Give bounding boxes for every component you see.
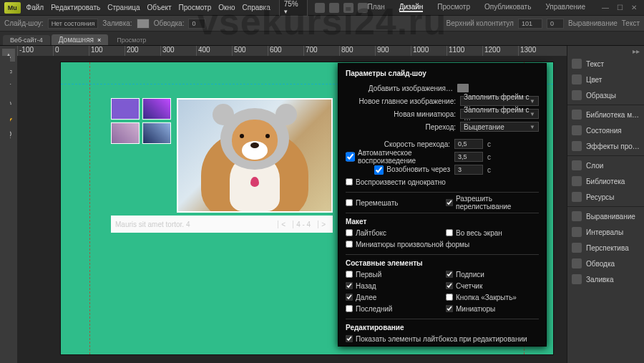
panel-text[interactable]: Текст <box>567 56 644 72</box>
menu-page[interactable]: Страница <box>107 4 140 11</box>
layout-heading: Макет <box>346 218 539 226</box>
fill-swatch[interactable] <box>137 19 150 29</box>
new-thumb-label: Новая миниатюра: <box>346 110 456 118</box>
speed-input[interactable]: 0,5 <box>454 139 483 149</box>
next-button[interactable]: > <box>318 221 328 228</box>
menu-object[interactable]: Объект <box>147 4 172 11</box>
swatches-icon <box>572 90 582 100</box>
next-checkbox[interactable] <box>346 294 353 301</box>
stroke-field[interactable]: 0 <box>188 19 205 29</box>
text-label[interactable]: Текст <box>622 19 640 27</box>
document-tabs: Веб-сайт-4 Домашняя × Просмотр <box>0 32 644 46</box>
panel-color[interactable]: Цвет <box>567 72 644 87</box>
thumbnail[interactable] <box>111 122 140 144</box>
mode-design[interactable]: Дизайн <box>399 3 424 12</box>
autoplay-label: Автоматическое воспроизведение <box>358 149 450 165</box>
hero-image[interactable] <box>177 98 333 213</box>
thumbnail[interactable] <box>142 98 171 120</box>
autoplay-input[interactable]: 3,5 <box>454 152 483 162</box>
panel-collapse-icon[interactable]: ▸▸ <box>567 46 644 56</box>
counter-text: 4 - 4 <box>293 221 313 228</box>
folder-icon[interactable] <box>457 84 469 92</box>
menu-view[interactable]: Просмотр <box>179 4 212 11</box>
panel-spacing[interactable]: Интервалы <box>567 224 644 240</box>
fullscreen-checkbox[interactable] <box>446 229 453 236</box>
minimize-icon[interactable]: — <box>600 3 611 13</box>
panel-fill[interactable]: Заливка <box>567 271 644 287</box>
biblio-icon <box>572 176 582 186</box>
back-checkbox[interactable] <box>346 282 353 289</box>
tab-site[interactable]: Веб-сайт-4 <box>3 35 50 45</box>
stroke-icon <box>572 258 582 268</box>
app-logo: Mu <box>4 2 21 14</box>
thumbnail[interactable] <box>111 98 140 120</box>
parts-heading: Составные элементы <box>346 259 539 267</box>
panel-assets[interactable]: Ресурсы <box>567 189 644 205</box>
captions-checkbox[interactable] <box>446 271 453 278</box>
add-images-label: Добавить изображения… <box>346 84 453 92</box>
counter-checkbox[interactable] <box>446 282 453 289</box>
guide[interactable] <box>89 62 90 354</box>
menu-edit[interactable]: Редактировать <box>51 4 100 11</box>
caption-text[interactable]: Mauris sit amet tortor. 4 <box>115 221 190 228</box>
mode-switcher: План Дизайн Просмотр Опубликовать Управл… <box>368 3 585 12</box>
new-thumb-select[interactable]: Заполнить фрейм с …▼ <box>460 109 539 119</box>
first-checkbox[interactable] <box>346 271 353 278</box>
close-icon[interactable]: ✕ <box>628 3 640 13</box>
zoom-level[interactable]: 75% ▾ <box>279 0 308 16</box>
thumbs-checkbox[interactable] <box>446 305 453 312</box>
tab-preview[interactable]: Просмотр <box>109 35 153 45</box>
fx-icon <box>572 141 582 151</box>
maximize-icon[interactable]: ☐ <box>614 3 625 13</box>
panel-biblio[interactable]: Библиотека <box>567 173 644 189</box>
new-hero-select[interactable]: Заполнить фрейм с …▼ <box>460 96 539 106</box>
playonce-checkbox[interactable] <box>346 178 353 185</box>
right-panels: ▸▸ Текст Цвет Образцы Библиотека м… Сост… <box>567 46 644 363</box>
resume-input[interactable]: 3 <box>454 165 483 175</box>
resume-label: Возобновить через <box>386 165 450 175</box>
slideshow-options-panel: Параметры слайд-шоу Добавить изображения… <box>338 63 547 347</box>
autoplay-checkbox[interactable] <box>346 149 355 165</box>
toolbar-icon[interactable] <box>343 3 353 13</box>
toolbar-icon[interactable] <box>358 3 368 13</box>
panel-perspective[interactable]: Перспектива <box>567 240 644 256</box>
panel-align[interactable]: Выравнивание <box>567 208 644 224</box>
state-field[interactable]: Нет состояния <box>48 19 99 29</box>
tab-home[interactable]: Домашняя × <box>52 34 109 45</box>
perspective-icon <box>572 243 582 253</box>
rotate-field[interactable]: 0 <box>547 19 564 29</box>
mode-publish[interactable]: Опубликовать <box>484 3 531 12</box>
thumbnail[interactable] <box>142 122 171 144</box>
lightbox-checkbox[interactable] <box>346 229 353 236</box>
align-label[interactable]: Выравнивание <box>568 19 618 27</box>
menu-window[interactable]: Окно <box>218 4 235 11</box>
panel-effects[interactable]: Эффекты про… <box>567 138 644 154</box>
close-checkbox[interactable] <box>446 294 453 301</box>
panel-stroke[interactable]: Обводка <box>567 256 644 271</box>
toolbar-icon[interactable] <box>329 3 339 13</box>
resume-checkbox[interactable] <box>374 165 384 175</box>
toolbar-icon[interactable] <box>315 3 325 13</box>
panel-states[interactable]: Состояния <box>567 122 644 138</box>
edit-heading: Редактирование <box>346 324 539 331</box>
mode-plan[interactable]: План <box>368 3 385 12</box>
new-hero-label: Новое главное изображение: <box>346 97 456 105</box>
shuffle-checkbox[interactable] <box>346 199 353 206</box>
panel-swatches[interactable]: Образцы <box>567 87 644 103</box>
showlb-checkbox[interactable] <box>346 335 353 342</box>
menu-help[interactable]: Справка <box>243 4 270 11</box>
freeform-checkbox[interactable] <box>346 241 353 248</box>
panel-layers[interactable]: Слои <box>567 158 644 173</box>
scroll-field[interactable]: 101 <box>518 19 542 29</box>
transition-select[interactable]: Выцветание▼ <box>460 122 539 132</box>
mode-preview[interactable]: Просмотр <box>437 3 470 12</box>
last-checkbox[interactable] <box>346 305 353 312</box>
mode-manage[interactable]: Управление <box>545 3 585 12</box>
stroke-label: Обводка: <box>154 19 185 27</box>
swipe-checkbox[interactable] <box>446 199 453 206</box>
prev-button[interactable]: < <box>278 221 288 228</box>
align-icon <box>572 211 582 221</box>
menu-file[interactable]: Файл <box>26 4 44 11</box>
thumbnail-grid <box>111 98 171 144</box>
panel-library[interactable]: Библиотека м… <box>567 107 644 122</box>
